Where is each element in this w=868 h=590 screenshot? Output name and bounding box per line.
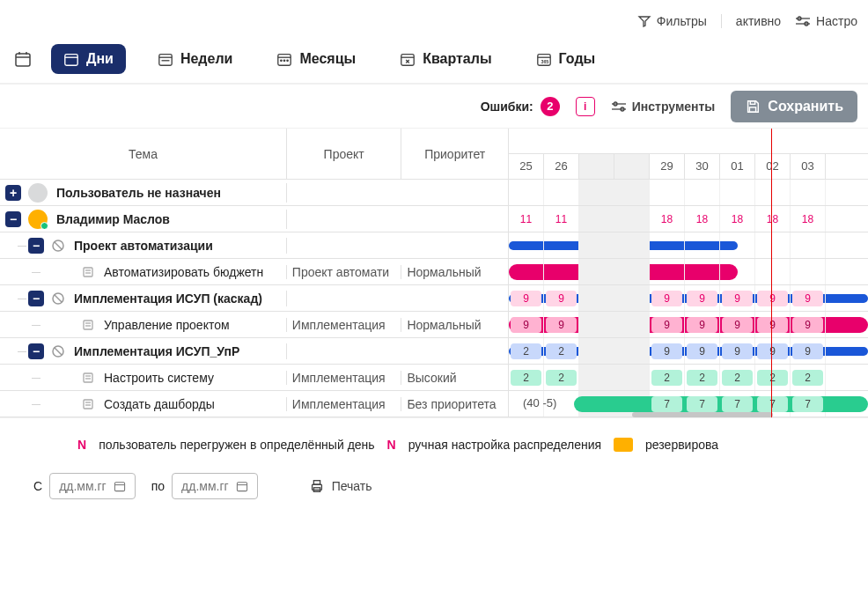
- allocation-cell[interactable]: 11: [546, 211, 577, 227]
- allocation-cell[interactable]: 2: [546, 343, 577, 359]
- allocation-cell[interactable]: 2: [511, 343, 541, 359]
- allocation-cell[interactable]: 18: [687, 211, 717, 227]
- errors-count-badge: 2: [541, 97, 560, 116]
- allocation-cell[interactable]: 2: [722, 370, 753, 386]
- project-icon: [51, 291, 65, 306]
- allocation-cell[interactable]: 9: [651, 291, 682, 306]
- settings-button[interactable]: Настро: [795, 14, 857, 28]
- errors-label: Ошибки:: [481, 100, 533, 114]
- date-to-input[interactable]: дд.мм.гг: [172, 473, 258, 499]
- allocation-cell[interactable]: 18: [757, 211, 788, 227]
- errors-indicator[interactable]: Ошибки: 2: [481, 97, 560, 116]
- svg-text:365: 365: [541, 59, 548, 64]
- calendar-icon: [114, 480, 126, 492]
- legend: Nпользователь перегружен в определённый …: [0, 417, 868, 461]
- svg-rect-54: [313, 481, 320, 485]
- tools-button[interactable]: Инструменты: [611, 100, 716, 114]
- task-icon: [81, 371, 95, 385]
- day-header-cell: [614, 154, 650, 179]
- tab-years[interactable]: 365 Годы: [524, 44, 608, 74]
- allocation-cell[interactable]: 7: [651, 396, 682, 412]
- allocation-cell[interactable]: 7: [722, 396, 753, 412]
- row-task-configure-system[interactable]: Настроить систему Имплементация Высокий: [0, 365, 508, 391]
- expand-toggle[interactable]: +: [5, 185, 21, 201]
- allocation-cell[interactable]: 9: [511, 291, 541, 306]
- tab-days[interactable]: Дни: [51, 44, 126, 74]
- row-project-isup-upr[interactable]: − Имплементация ИСУП_УпР: [0, 338, 508, 365]
- row-task-automate-budget[interactable]: Автоматизировать бюджетн Проект автомати…: [0, 259, 508, 285]
- svg-rect-8: [65, 55, 77, 66]
- allocation-cell[interactable]: 9: [546, 291, 577, 306]
- horizontal-scrollbar[interactable]: [632, 412, 773, 417]
- allocation-cell[interactable]: 9: [687, 317, 717, 333]
- allocation-cell[interactable]: 9: [651, 317, 682, 333]
- allocation-cell[interactable]: 18: [651, 211, 682, 227]
- row-task-project-mgmt[interactable]: Управление проектом Имплементация Нормал…: [0, 312, 508, 338]
- row-project-isup-cascade[interactable]: − Имплементация ИСУП (каскад): [0, 285, 508, 312]
- day-header-cell: [579, 154, 614, 179]
- task-icon: [81, 397, 95, 411]
- allocation-cell[interactable]: 7: [757, 396, 788, 412]
- svg-rect-29: [751, 100, 755, 104]
- allocation-cell[interactable]: 9: [792, 343, 823, 359]
- allocation-cell[interactable]: 9: [722, 343, 753, 359]
- date-from: С дд.мм.гг: [33, 473, 136, 499]
- task-icon: [81, 265, 95, 279]
- svg-rect-4: [16, 54, 30, 66]
- collapse-toggle[interactable]: −: [28, 238, 44, 254]
- allocation-cell[interactable]: 2: [511, 370, 541, 386]
- calendar-icon[interactable]: [14, 50, 32, 68]
- allocation-cell[interactable]: 9: [757, 343, 788, 359]
- header-priority: Приоритет: [401, 129, 508, 179]
- allocation-cell[interactable]: 9: [757, 291, 788, 306]
- allocation-cell[interactable]: 9: [757, 317, 788, 333]
- allocation-cell[interactable]: 9: [722, 291, 753, 306]
- svg-line-32: [55, 242, 62, 249]
- allocation-cell[interactable]: 9: [651, 343, 682, 359]
- collapse-toggle[interactable]: −: [28, 343, 44, 359]
- allocation-cell[interactable]: 2: [546, 370, 577, 386]
- save-button[interactable]: Сохранить: [731, 91, 857, 122]
- print-button[interactable]: Печать: [309, 478, 372, 494]
- allocation-cell[interactable]: 9: [687, 291, 717, 306]
- collapse-toggle[interactable]: −: [28, 291, 44, 306]
- calendar-year-icon: 365: [536, 51, 552, 67]
- allocation-cell[interactable]: 9: [687, 343, 717, 359]
- tab-months[interactable]: Месяцы: [264, 44, 368, 74]
- avatar-empty-icon: [28, 183, 48, 203]
- filters-button[interactable]: Фильтры: [637, 14, 707, 28]
- allocation-cell[interactable]: 9: [546, 317, 577, 333]
- header-project: Проект: [287, 129, 402, 179]
- allocation-cell[interactable]: 9: [792, 291, 823, 306]
- allocation-cell[interactable]: 9: [511, 317, 541, 333]
- filters-label: Фильтры: [657, 14, 707, 28]
- svg-rect-10: [159, 55, 172, 66]
- allocation-cell[interactable]: 7: [792, 396, 823, 412]
- today-line: [771, 129, 772, 417]
- allocation-cell[interactable]: 11: [511, 211, 541, 227]
- settings-label: Настро: [816, 14, 857, 28]
- avatar-icon: [28, 210, 48, 229]
- tab-quarters[interactable]: Кварталы: [387, 44, 504, 74]
- row-project-automation[interactable]: − Проект автоматизации: [0, 232, 508, 259]
- allocation-cell[interactable]: 18: [792, 211, 823, 227]
- allocation-cell[interactable]: 2: [651, 370, 682, 386]
- filter-active-label: активно: [736, 14, 781, 28]
- allocation-cell[interactable]: 2: [757, 370, 788, 386]
- info-button[interactable]: i: [576, 97, 595, 116]
- svg-line-37: [55, 295, 62, 302]
- date-from-input[interactable]: дд.мм.гг: [49, 473, 136, 499]
- allocation-cell[interactable]: 9: [722, 317, 753, 333]
- gantt-bar[interactable]: [574, 396, 868, 412]
- row-user-maslov[interactable]: − Владимир Маслов: [0, 206, 508, 232]
- allocation-cell[interactable]: 9: [792, 317, 823, 333]
- tab-weeks[interactable]: Недели: [145, 44, 246, 74]
- allocation-cell[interactable]: 2: [687, 370, 717, 386]
- collapse-toggle[interactable]: −: [5, 211, 21, 227]
- row-unassigned[interactable]: + Пользователь не назначен: [0, 180, 508, 206]
- allocation-cell[interactable]: 2: [792, 370, 823, 386]
- row-task-create-dashboards[interactable]: Создать дашборды Имплементация Без приор…: [0, 391, 508, 417]
- calendar-day-icon: [63, 51, 79, 67]
- allocation-cell[interactable]: 18: [722, 211, 753, 227]
- allocation-cell[interactable]: 7: [687, 396, 717, 412]
